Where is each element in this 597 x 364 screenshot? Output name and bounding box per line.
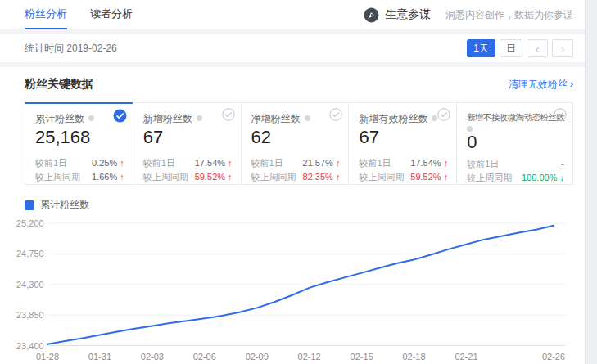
card-title: 新增不接收微淘动态粉丝数 [467,110,564,124]
top-nav: 粉丝分析 读者分析 生意参谋 洞悉内容创作，数据为你参谋 [0,0,585,29]
trend-up-icon: ↑ [444,172,449,182]
info-dot-icon [88,115,94,121]
svg-text:02-18: 02-18 [402,352,425,362]
card-value: 62 [251,127,341,148]
stat-time: 统计时间 2019-02-26 [25,42,117,56]
card-title: 累计粉丝数 [35,113,84,124]
check-circle-icon[interactable] [437,108,450,121]
compare-value: - [561,159,564,169]
card-new-valid-fans[interactable]: 新增有效粉丝数 67 较前1日 17.54% ↑ 较上周同期 59.52% ↑ [348,102,457,185]
clean-link-label: 清理无效粉丝 [509,79,568,90]
card-title: 新增有效粉丝数 [359,113,427,124]
kpi-cards: 累计粉丝数 25,168 较前1日 0.25% ↑ 较上周同期 1.66% ↑ [25,102,573,185]
toolbar: 统计时间 2019-02-26 1天 日 ‹ › [0,34,585,62]
check-circle-icon[interactable] [329,108,342,121]
trend-up-icon: ↑ [228,172,233,182]
stat-time-label: 统计时间 [25,43,64,54]
card-value: 67 [359,127,448,148]
legend-swatch-icon [25,200,34,210]
compare-row: 较上周同期 59.52% ↑ [359,170,448,184]
svg-text:24,300: 24,300 [16,280,44,290]
compare-value: 100.00% [522,173,557,182]
tab-fans-analysis[interactable]: 粉丝分析 [25,0,67,29]
info-dot-icon [197,115,202,121]
compare-value: 0.25% [92,158,117,168]
compare-row: 较前1日 - [467,157,564,171]
info-dot-icon [467,126,473,132]
svg-text:01-28: 01-28 [36,352,59,362]
chart-area: 23,40023,85024,30024,75025,20001-2801-31… [16,213,573,364]
card-title: 新增粉丝数 [143,113,192,124]
card-value: 25,168 [35,127,124,148]
svg-text:24,750: 24,750 [16,249,44,258]
section-header: 粉丝关键数据 清理无效粉丝› [25,75,573,93]
prev-date-button[interactable]: ‹ [527,39,548,57]
compare-label: 较前1日 [251,156,283,170]
compare-row: 较前1日 21.57% ↑ [251,156,341,170]
card-title: 净增粉丝数 [251,113,301,124]
scrollbar-track[interactable] [585,0,597,364]
next-date-button[interactable]: › [552,39,573,57]
trend-up-icon: ↑ [336,172,341,182]
svg-text:02-15: 02-15 [351,352,373,362]
trend-up-icon: ↑ [228,158,233,168]
brand-name: 生意参谋 [385,7,431,22]
section-title: 粉丝关键数据 [25,77,93,92]
check-circle-icon[interactable] [222,108,235,121]
day-picker-button[interactable]: 日 [500,39,522,57]
card-total-fans[interactable]: 累计粉丝数 25,168 较前1日 0.25% ↑ 较上周同期 1.66% ↑ [25,102,133,185]
range-1day-button[interactable]: 1天 [467,39,495,57]
chevron-right-icon: › [570,78,573,90]
fans-line-chart: 23,40023,85024,30024,75025,20001-2801-31… [16,213,583,364]
page: 粉丝分析 读者分析 生意参谋 洞悉内容创作，数据为你参谋 统计时间 2019-0… [0,0,585,364]
check-circle-icon[interactable] [554,108,567,121]
tab-reader-analysis[interactable]: 读者分析 [90,0,133,29]
tab-bar: 粉丝分析 读者分析 [25,0,133,29]
trend-up-icon: ↑ [120,172,124,182]
trend-up-icon: ↑ [336,158,341,168]
compare-row: 较前1日 0.25% ↑ [35,156,124,170]
chart-legend-item[interactable]: 累计粉丝数 [25,198,573,212]
compare-row: 较前1日 17.54% ↑ [359,156,448,170]
compare-label: 较上周同期 [251,170,296,184]
card-new-norecv-fans[interactable]: 新增不接收微淘动态粉丝数 0 较前1日 - 较上周同期 100.00% ↓ [456,102,573,185]
compare-row: 较前1日 17.54% ↑ [143,156,233,170]
stat-time-value: 2019-02-26 [66,43,116,54]
card-new-fans[interactable]: 新增粉丝数 67 较前1日 17.54% ↑ 较上周同期 59.52% ↑ [133,102,242,185]
svg-text:23,400: 23,400 [16,341,44,351]
check-circle-selected-icon[interactable] [113,109,127,123]
compare-label: 较前1日 [143,156,175,170]
compare-label: 较前1日 [359,156,391,170]
sycm-logo-icon [364,7,379,23]
compare-label: 较上周同期 [467,171,512,185]
compare-label: 较上周同期 [143,170,188,184]
svg-text:02-21: 02-21 [455,352,477,362]
legend-label: 累计粉丝数 [40,198,89,212]
compare-value: 17.54% [410,158,441,168]
card-net-fans[interactable]: 净增粉丝数 62 较前1日 21.57% ↑ 较上周同期 82.35% ↑ [241,102,350,185]
compare-row: 较上周同期 59.52% ↑ [143,170,233,184]
compare-value: 59.52% [195,172,225,182]
svg-text:23,850: 23,850 [16,310,44,320]
compare-value: 59.52% [410,172,441,182]
compare-row: 较上周同期 1.66% ↑ [35,170,124,184]
trend-down-icon: ↓ [560,173,565,182]
main-content: 粉丝关键数据 清理无效粉丝› 累计粉丝数 25,168 较前1日 [0,67,585,364]
compare-value: 82.35% [303,172,333,182]
compare-label: 较上周同期 [35,170,80,184]
compare-label: 较前1日 [35,156,67,170]
compare-row: 较上周同期 82.35% ↑ [251,170,341,184]
svg-text:25,200: 25,200 [16,218,44,228]
svg-text:01-31: 01-31 [88,352,111,362]
brand-slogan: 洞悉内容创作，数据为你参谋 [445,8,573,22]
card-value: 0 [467,132,564,153]
card-value: 67 [143,127,233,148]
brand: 生意参谋 洞悉内容创作，数据为你参谋 [364,7,573,23]
svg-text:02-06: 02-06 [193,352,216,362]
svg-text:02-03: 02-03 [141,352,164,362]
compare-value: 21.57% [303,158,333,168]
info-dot-icon [305,115,310,121]
trend-up-icon: ↑ [120,158,124,168]
clean-invalid-fans-link[interactable]: 清理无效粉丝› [509,78,573,92]
trend-up-icon: ↑ [444,158,449,168]
